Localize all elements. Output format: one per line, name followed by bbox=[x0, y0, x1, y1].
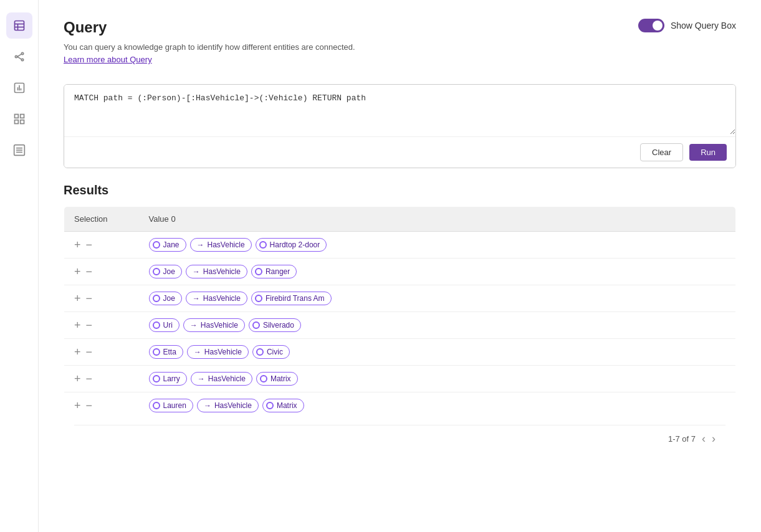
expand-row-button[interactable]: + bbox=[74, 373, 81, 384]
prev-page-button[interactable]: ‹ bbox=[702, 433, 706, 444]
svg-rect-14 bbox=[20, 115, 24, 118]
svg-line-7 bbox=[17, 54, 21, 57]
node-dot bbox=[153, 375, 160, 382]
header-row: Query You can query a knowledge graph to… bbox=[64, 19, 736, 74]
relation-pill[interactable]: → HasVehicle bbox=[190, 238, 252, 252]
main-content: Query You can query a knowledge graph to… bbox=[39, 0, 761, 532]
vehicle-label: Silverado bbox=[263, 321, 294, 330]
relation-pill[interactable]: → HasVehicle bbox=[183, 318, 245, 332]
row-controls: + − bbox=[74, 346, 129, 358]
person-node-pill[interactable]: Etta bbox=[149, 345, 183, 359]
vehicle-node-pill[interactable]: Matrix bbox=[262, 399, 304, 412]
vehicle-node-pill[interactable]: Ranger bbox=[251, 265, 297, 278]
person-label: Lauren bbox=[163, 401, 186, 410]
svg-rect-0 bbox=[14, 21, 24, 31]
table-row: + − Joe → HasVehicle Firebird Trans Am bbox=[64, 285, 736, 312]
node-dot bbox=[153, 402, 160, 409]
row-controls: + − bbox=[74, 373, 129, 384]
person-node-pill[interactable]: Larry bbox=[149, 372, 187, 386]
table-row: + − Joe → HasVehicle Ranger bbox=[64, 259, 736, 285]
collapse-row-button[interactable]: − bbox=[86, 266, 93, 277]
clear-button[interactable]: Clear bbox=[640, 143, 683, 161]
pagination-info: 1-7 of 7 bbox=[668, 434, 696, 444]
person-node-pill[interactable]: Lauren bbox=[149, 399, 193, 412]
collapse-row-button[interactable]: − bbox=[86, 239, 93, 250]
vehicle-label: Firebird Trans Am bbox=[266, 294, 325, 303]
arrow-icon: → bbox=[194, 348, 201, 356]
arrow-icon: → bbox=[204, 401, 211, 410]
sidebar bbox=[0, 0, 39, 532]
vehicle-node-pill[interactable]: Matrix bbox=[256, 372, 298, 386]
person-node-pill[interactable]: Jane bbox=[149, 238, 186, 252]
table-footer: 1-7 of 7 ‹ › bbox=[64, 419, 736, 458]
header-right: Show Query Box bbox=[638, 19, 736, 32]
expand-row-button[interactable]: + bbox=[74, 239, 81, 250]
sidebar-item-chart[interactable] bbox=[6, 75, 32, 101]
svg-rect-15 bbox=[14, 120, 18, 124]
results-tbody: + − Jane → HasVehicle Hardtop 2-door + bbox=[64, 232, 736, 419]
vehicle-node-pill[interactable]: Hardtop 2-door bbox=[256, 238, 327, 252]
expand-row-button[interactable]: + bbox=[74, 320, 81, 331]
relation-label: HasVehicle bbox=[208, 374, 246, 383]
run-button[interactable]: Run bbox=[689, 144, 727, 161]
results-title: Results bbox=[64, 183, 736, 197]
vehicle-node-pill[interactable]: Civic bbox=[252, 345, 290, 359]
person-label: Etta bbox=[163, 348, 176, 356]
collapse-row-button[interactable]: − bbox=[86, 293, 93, 304]
person-node-pill[interactable]: Joe bbox=[149, 265, 182, 278]
pagination-row: 1-7 of 7 ‹ › bbox=[74, 425, 725, 452]
relation-pill[interactable]: → HasVehicle bbox=[186, 265, 247, 278]
sidebar-item-graph[interactable] bbox=[6, 44, 32, 70]
results-table: Selection Value 0 + − Jane → HasVehicle bbox=[64, 206, 736, 458]
col-selection: Selection bbox=[64, 207, 139, 232]
row-controls-cell: + − bbox=[64, 259, 139, 285]
query-actions: Clear Run bbox=[64, 136, 735, 168]
collapse-row-button[interactable]: − bbox=[86, 400, 93, 411]
row-controls: + − bbox=[74, 293, 129, 304]
expand-row-button[interactable]: + bbox=[74, 400, 81, 411]
relation-pill[interactable]: → HasVehicle bbox=[187, 345, 249, 359]
person-label: Joe bbox=[163, 294, 175, 303]
person-node-pill[interactable]: Joe bbox=[149, 292, 182, 305]
sidebar-item-table[interactable] bbox=[6, 12, 32, 39]
table-icon bbox=[13, 19, 26, 32]
vehicle-label: Civic bbox=[267, 348, 283, 356]
collapse-row-button[interactable]: − bbox=[86, 320, 93, 331]
relation-label: HasVehicle bbox=[204, 348, 242, 356]
query-textarea[interactable]: MATCH path = (:Person)-[:HasVehicle]->(:… bbox=[64, 85, 735, 135]
col-value0: Value 0 bbox=[139, 207, 736, 232]
row-value-cell: Uri → HasVehicle Silverado bbox=[139, 312, 736, 339]
person-node-pill[interactable]: Uri bbox=[149, 318, 179, 332]
collapse-row-button[interactable]: − bbox=[86, 346, 93, 358]
person-label: Larry bbox=[163, 374, 180, 383]
relation-pill[interactable]: → HasVehicle bbox=[186, 292, 247, 305]
sidebar-item-settings[interactable] bbox=[6, 137, 32, 163]
vehicle-label: Matrix bbox=[277, 401, 297, 410]
path-value: Uri → HasVehicle Silverado bbox=[149, 318, 726, 332]
collapse-row-button[interactable]: − bbox=[86, 373, 93, 384]
page-title: Query bbox=[64, 19, 638, 36]
relation-pill[interactable]: → HasVehicle bbox=[191, 372, 252, 386]
vehicle-node-pill[interactable]: Firebird Trans Am bbox=[251, 292, 332, 305]
learn-more-link[interactable]: Learn more about Query bbox=[64, 55, 152, 64]
node-dot bbox=[252, 321, 260, 329]
vehicle-node-pill[interactable]: Silverado bbox=[249, 318, 301, 332]
table-row: + − Larry → HasVehicle Matrix bbox=[64, 366, 736, 392]
node-dot bbox=[259, 241, 267, 249]
relation-pill[interactable]: → HasVehicle bbox=[197, 399, 259, 412]
path-value: Lauren → HasVehicle Matrix bbox=[149, 399, 726, 412]
relation-label: HasVehicle bbox=[203, 294, 241, 303]
row-value-cell: Joe → HasVehicle Firebird Trans Am bbox=[139, 285, 736, 312]
svg-rect-16 bbox=[20, 120, 24, 124]
expand-row-button[interactable]: + bbox=[74, 346, 81, 358]
expand-row-button[interactable]: + bbox=[74, 266, 81, 277]
expand-row-button[interactable]: + bbox=[74, 293, 81, 304]
path-value: Etta → HasVehicle Civic bbox=[149, 345, 726, 359]
next-page-button[interactable]: › bbox=[712, 433, 716, 444]
person-label: Joe bbox=[163, 267, 175, 276]
arrow-icon: → bbox=[193, 267, 200, 276]
vehicle-label: Matrix bbox=[270, 374, 291, 383]
sidebar-item-grid[interactable] bbox=[6, 106, 32, 132]
path-value: Jane → HasVehicle Hardtop 2-door bbox=[149, 238, 726, 252]
show-query-toggle[interactable] bbox=[638, 19, 664, 32]
